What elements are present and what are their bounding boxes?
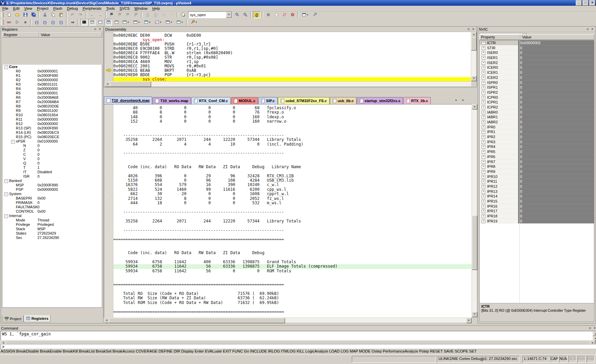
- nvic-row-ipr12[interactable]: +IPR120: [480, 184, 594, 189]
- system-viewer-button[interactable]: ▼: [175, 19, 185, 26]
- chevron-down-icon[interactable]: ▼: [170, 21, 172, 23]
- nvic-row-icpr2[interactable]: +ICPR20: [480, 105, 594, 110]
- expand-icon[interactable]: +: [482, 214, 485, 218]
- pin-icon[interactable]: ⊙: [93, 27, 97, 31]
- register-row-r3[interactable]: R30x08031101: [2, 82, 102, 87]
- chevron-down-icon[interactable]: ▼: [127, 21, 129, 23]
- editor-tab-startup-stm32f2xx-s[interactable]: startup_stm32f2xx.s: [357, 97, 403, 104]
- nvic-row-ipr10[interactable]: +IPR100: [480, 174, 594, 179]
- register-row-sec[interactable]: Sec27.26234290: [2, 236, 102, 240]
- close-icon[interactable]: ✕: [97, 27, 102, 31]
- bookmark-prev-button[interactable]: [116, 11, 123, 18]
- expand-icon[interactable]: +: [482, 91, 485, 94]
- undo-button[interactable]: ↶: [69, 11, 76, 18]
- close-tab-icon[interactable]: ✕: [460, 98, 465, 102]
- expand-icon[interactable]: +: [482, 140, 485, 144]
- register-row-r15-pc-[interactable]: R15 (PC)0x08020ECE: [2, 135, 102, 139]
- menu-window[interactable]: Window: [132, 6, 150, 11]
- nvic-row-ipr5[interactable]: +IPR50: [480, 149, 594, 154]
- menu-file[interactable]: File: [0, 6, 11, 11]
- comment-button[interactable]: //: [160, 11, 167, 18]
- nvic-row-ispr1[interactable]: +ISPR10: [480, 85, 594, 90]
- bookmark-next-button[interactable]: [124, 11, 132, 18]
- editor-tab-rtx-lib-c[interactable]: RTX_lib.c: [403, 97, 431, 104]
- expand-icon[interactable]: +: [482, 200, 485, 203]
- nvic-row-ipr18[interactable]: +IPR180: [480, 214, 594, 219]
- expand-icon[interactable]: +: [482, 46, 485, 50]
- register-row-states[interactable]: States272623429: [2, 231, 102, 236]
- register-row-basepri[interactable]: BASEPRI0x00: [2, 196, 102, 201]
- nvic-row-ipr19[interactable]: +IPR190: [480, 219, 594, 224]
- expand-icon[interactable]: +: [482, 41, 485, 45]
- nvic-row-icpr1[interactable]: +ICPR10: [480, 100, 594, 105]
- expand-icon[interactable]: +: [482, 190, 485, 193]
- nvic-row-stir[interactable]: +STIR0: [480, 46, 594, 51]
- analysis-window-button[interactable]: ▼: [153, 19, 163, 26]
- register-row-n[interactable]: N0: [2, 144, 102, 148]
- nav-forward-button[interactable]: →: [96, 11, 104, 18]
- expand-icon[interactable]: +: [482, 205, 485, 208]
- register-row-r0[interactable]: R00x00000001: [2, 69, 102, 73]
- indent-left-button[interactable]: [152, 11, 159, 18]
- collapse-icon[interactable]: −: [4, 65, 8, 69]
- editor-tab-sip-c[interactable]: SIP.c: [258, 97, 278, 104]
- register-row-r12[interactable]: R120x00000000: [2, 122, 102, 126]
- register-row-banked[interactable]: −Banked: [2, 179, 102, 183]
- close-icon[interactable]: ✕: [471, 27, 476, 31]
- nvic-row-ipr8[interactable]: +IPR80: [480, 164, 594, 169]
- editor-tab-rtx-conf-cm-c[interactable]: RTX_Conf_CM.c: [191, 97, 231, 104]
- new-file-button[interactable]: [5, 11, 13, 18]
- nvic-row-iabr0[interactable]: +IABR00: [480, 110, 594, 115]
- menu-edit[interactable]: Edit: [11, 6, 22, 11]
- disassembly-vscrollbar[interactable]: ▲ ▼: [471, 32, 476, 81]
- expand-icon[interactable]: +: [482, 51, 485, 55]
- expand-icon[interactable]: +: [482, 56, 485, 60]
- find-button[interactable]: [233, 11, 241, 18]
- register-row-r10[interactable]: R100x08031654: [2, 113, 102, 117]
- find-in-files-button[interactable]: [179, 11, 187, 18]
- nvic-row-ispr2[interactable]: +ISPR20: [480, 90, 594, 95]
- register-row-z[interactable]: Z0: [2, 148, 102, 152]
- step-over-button[interactable]: {}: [41, 19, 49, 26]
- nvic-row-ipr0[interactable]: +IPR00: [480, 125, 594, 130]
- register-row-r8[interactable]: R80x08020D0E: [2, 104, 102, 109]
- register-row-r2[interactable]: R20x00000000: [2, 78, 102, 82]
- command-input[interactable]: >: [1, 344, 596, 349]
- register-row-stack[interactable]: StackMSP: [2, 227, 102, 231]
- register-row-r6[interactable]: R60x20008A68: [2, 95, 102, 100]
- register-row-mode[interactable]: ModeThread: [2, 218, 102, 222]
- expand-icon[interactable]: +: [482, 61, 485, 65]
- disassembly-content[interactable]: 0x08020EBC DE00 DCW 0xDE00 _sys_open:0x0…: [105, 32, 471, 81]
- register-row-internal[interactable]: −Internal: [2, 214, 102, 218]
- breakpoint-insert-button[interactable]: [264, 11, 272, 18]
- expand-icon[interactable]: +: [482, 209, 485, 213]
- nvic-row-icer2[interactable]: +ICER20: [480, 75, 594, 80]
- register-row-core[interactable]: −Core: [2, 65, 102, 69]
- expand-icon[interactable]: +: [482, 165, 485, 169]
- nvic-row-ipr9[interactable]: +IPR90: [480, 169, 594, 174]
- nvic-row-ipr15[interactable]: +IPR150: [480, 199, 594, 204]
- nvic-row-iser1[interactable]: +ISER10: [480, 55, 594, 60]
- register-row-control[interactable]: CONTROL0x00: [2, 209, 102, 214]
- nvic-row-ipr13[interactable]: +IPR130: [480, 189, 594, 194]
- nvic-row-ipr4[interactable]: +IPR40: [480, 144, 594, 149]
- register-row-r14-lr-[interactable]: R14 (LR)0x08020EC9: [2, 130, 102, 135]
- pin-icon[interactable]: ⊙: [585, 27, 590, 31]
- register-row-it[interactable]: ITDisabled: [2, 170, 102, 174]
- editor-tab-usbd-stm32f2xx-fs-c[interactable]: usbd_STM32F2xx_FS.c: [278, 97, 330, 104]
- find-at-button[interactable]: @: [253, 11, 260, 18]
- expand-icon[interactable]: +: [482, 170, 485, 174]
- collapse-icon[interactable]: −: [11, 140, 15, 144]
- nav-back-button[interactable]: ←: [88, 11, 96, 18]
- chevron-down-icon[interactable]: ▼: [226, 12, 232, 18]
- expand-icon[interactable]: +: [482, 150, 485, 154]
- bottom-tab-registers[interactable]: Registers: [24, 315, 51, 322]
- bookmark-toggle-button[interactable]: [108, 11, 115, 18]
- callstack-window-button[interactable]: [113, 19, 120, 26]
- nvic-row-iser2[interactable]: +ISER20: [480, 60, 594, 65]
- nvic-row-ipr1[interactable]: +IPR10: [480, 129, 594, 134]
- register-row-system[interactable]: −System: [2, 192, 102, 196]
- registers-col-value[interactable]: Value: [39, 32, 102, 37]
- chevron-down-icon[interactable]: ▼: [307, 14, 309, 16]
- menu-svcs[interactable]: SVCS: [117, 6, 132, 11]
